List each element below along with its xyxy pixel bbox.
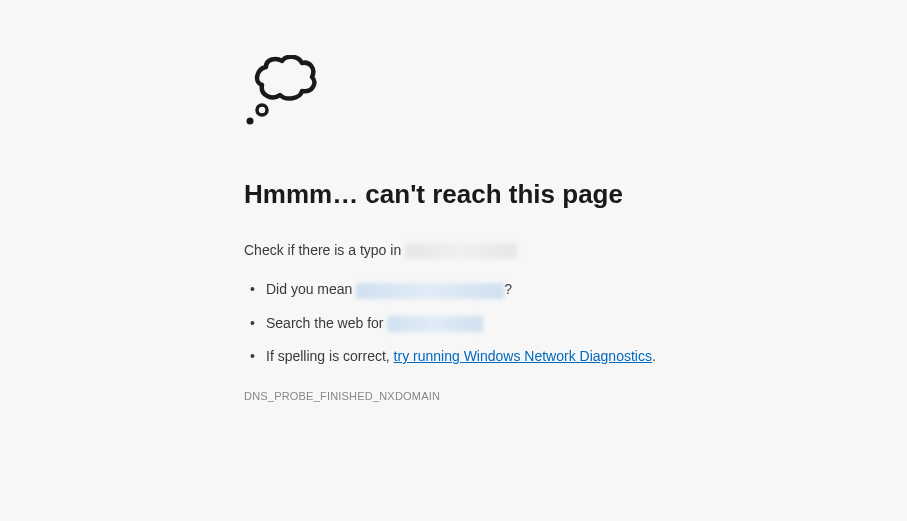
svg-point-0 xyxy=(257,105,267,115)
redacted-domain xyxy=(405,243,517,259)
mean-prefix: Did you mean xyxy=(266,281,356,297)
thought-bubble-icon xyxy=(244,55,744,129)
spelling-prefix: If spelling is correct, xyxy=(266,348,394,364)
list-item-search-web: Search the web for xyxy=(244,315,744,332)
page-title: Hmmm… can't reach this page xyxy=(244,179,744,210)
subtitle: Check if there is a typo in xyxy=(244,242,744,259)
redacted-suggestion-link[interactable] xyxy=(356,283,504,299)
spelling-suffix: . xyxy=(652,348,656,364)
list-item-diagnostics: If spelling is correct, try running Wind… xyxy=(244,348,744,364)
svg-point-1 xyxy=(247,118,254,125)
search-prefix: Search the web for xyxy=(266,315,387,331)
mean-suffix: ? xyxy=(504,281,512,297)
list-item-did-you-mean: Did you mean ? xyxy=(244,281,744,298)
network-diagnostics-link[interactable]: try running Windows Network Diagnostics xyxy=(394,348,652,364)
error-code: DNS_PROBE_FINISHED_NXDOMAIN xyxy=(244,390,744,402)
subtitle-prefix: Check if there is a typo in xyxy=(244,242,405,258)
redacted-search-link[interactable] xyxy=(387,316,483,332)
